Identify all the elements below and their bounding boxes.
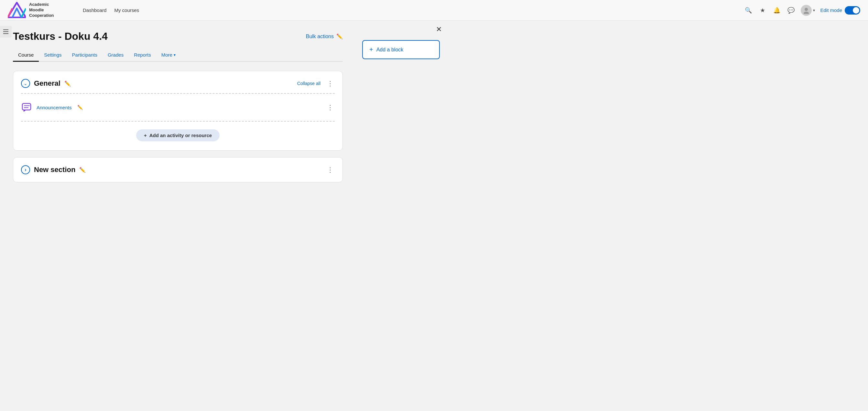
section-general-header-left: ⌄ General ✏️ xyxy=(21,79,71,88)
tab-settings[interactable]: Settings xyxy=(39,49,67,62)
activity-announcements-left: Announcements ✏️ xyxy=(21,101,83,113)
divider-top xyxy=(21,93,335,94)
logo-text: Academic Moodle Cooperation xyxy=(29,2,54,19)
section-general-more-button[interactable]: ⋮ xyxy=(326,80,335,87)
close-panel-button[interactable]: ✕ xyxy=(436,25,442,34)
chat-icon[interactable]: 💬 xyxy=(786,6,796,15)
section-new-more-button[interactable]: ⋮ xyxy=(326,166,335,173)
toggle-knob xyxy=(853,7,859,13)
edit-mode-toggle[interactable] xyxy=(845,6,860,14)
course-tabs: Course Settings Participants Grades Repo… xyxy=(13,49,343,62)
page-title: Testkurs - Doku 4.4 xyxy=(13,30,108,42)
section-new-edit-icon[interactable]: ✏️ xyxy=(79,167,86,173)
section-new-header-right: ⋮ xyxy=(326,166,335,173)
activity-announcements-more-button[interactable]: ⋮ xyxy=(326,103,335,111)
nav-my-courses[interactable]: My courses xyxy=(112,6,142,14)
bell-icon[interactable]: 🔔 xyxy=(772,6,781,15)
user-silhouette xyxy=(803,7,810,14)
edit-mode-area: Edit mode xyxy=(820,6,860,14)
nav-dashboard[interactable]: Dashboard xyxy=(80,6,109,14)
section-general-header-right: Collapse all ⋮ xyxy=(297,80,335,87)
forum-icon-svg xyxy=(22,102,32,113)
user-avatar-area[interactable]: ▾ xyxy=(801,5,815,16)
activity-announcements-edit-icon[interactable]: ✏️ xyxy=(77,105,83,110)
divider-bottom xyxy=(21,121,335,122)
forum-icon xyxy=(21,101,33,113)
section-new-expand-chevron[interactable]: › xyxy=(21,165,30,174)
tab-course[interactable]: Course xyxy=(13,49,39,62)
header-right: 🔍 ★ 🔔 💬 ▾ Edit mode xyxy=(744,5,860,16)
section-new-header-left: › New section ✏️ xyxy=(21,165,86,174)
logo-icon xyxy=(8,2,26,18)
main-nav: Dashboard My courses xyxy=(80,6,736,14)
add-activity-row: + Add an activity or resource xyxy=(21,127,335,143)
tab-participants[interactable]: Participants xyxy=(67,49,102,62)
section-new: › New section ✏️ ⋮ xyxy=(13,157,343,182)
star-icon[interactable]: ★ xyxy=(758,6,767,15)
section-general-edit-icon[interactable]: ✏️ xyxy=(64,81,71,87)
section-general-header: ⌄ General ✏️ Collapse all ⋮ xyxy=(21,79,335,88)
section-new-title: New section xyxy=(34,165,75,174)
right-panel: ✕ + Add a block xyxy=(356,21,446,411)
sidebar-toggle-button[interactable] xyxy=(0,26,12,37)
tab-grades[interactable]: Grades xyxy=(102,49,129,62)
bulk-actions-button[interactable]: Bulk actions ✏️ xyxy=(306,33,343,39)
add-block-button[interactable]: + Add a block xyxy=(362,40,440,59)
svg-rect-6 xyxy=(22,103,31,110)
bulk-actions-label: Bulk actions xyxy=(306,34,334,39)
add-activity-label: Add an activity or resource xyxy=(149,133,212,138)
bulk-actions-pencil-icon: ✏️ xyxy=(336,33,343,39)
activity-announcements: Announcements ✏️ ⋮ xyxy=(21,99,335,116)
svg-point-2 xyxy=(804,12,809,14)
activity-announcements-name[interactable]: Announcements xyxy=(36,105,71,110)
add-activity-button[interactable]: + Add an activity or resource xyxy=(136,129,220,141)
logo-area: Academic Moodle Cooperation xyxy=(8,2,72,19)
tab-reports[interactable]: Reports xyxy=(129,49,156,62)
avatar xyxy=(801,5,812,16)
search-icon[interactable]: 🔍 xyxy=(744,6,753,15)
section-general-collapse-chevron[interactable]: ⌄ xyxy=(21,79,30,88)
chevron-down-icon: ⌄ xyxy=(24,81,28,86)
main-layout: Testkurs - Doku 4.4 Bulk actions ✏️ Cour… xyxy=(0,21,868,411)
main-header: Academic Moodle Cooperation Dashboard My… xyxy=(0,0,868,21)
edit-mode-label: Edit mode xyxy=(820,7,842,13)
chevron-right-icon: › xyxy=(25,167,26,173)
add-block-label: Add a block xyxy=(376,47,404,53)
chevron-down-icon: ▾ xyxy=(813,8,815,12)
tab-more[interactable]: More ▾ xyxy=(156,49,181,62)
section-general: ⌄ General ✏️ Collapse all ⋮ xyxy=(13,71,343,151)
section-general-title: General xyxy=(34,79,60,88)
content-area: Testkurs - Doku 4.4 Bulk actions ✏️ Cour… xyxy=(0,21,356,411)
page-title-row: Testkurs - Doku 4.4 Bulk actions ✏️ xyxy=(13,30,343,42)
section-new-header: › New section ✏️ ⋮ xyxy=(21,165,335,174)
collapse-all-button[interactable]: Collapse all xyxy=(297,81,320,86)
add-activity-plus-icon: + xyxy=(144,133,147,138)
svg-point-1 xyxy=(805,8,808,11)
menu-icon xyxy=(3,29,9,34)
add-block-plus-icon: + xyxy=(369,46,373,53)
chevron-down-icon: ▾ xyxy=(174,53,176,57)
